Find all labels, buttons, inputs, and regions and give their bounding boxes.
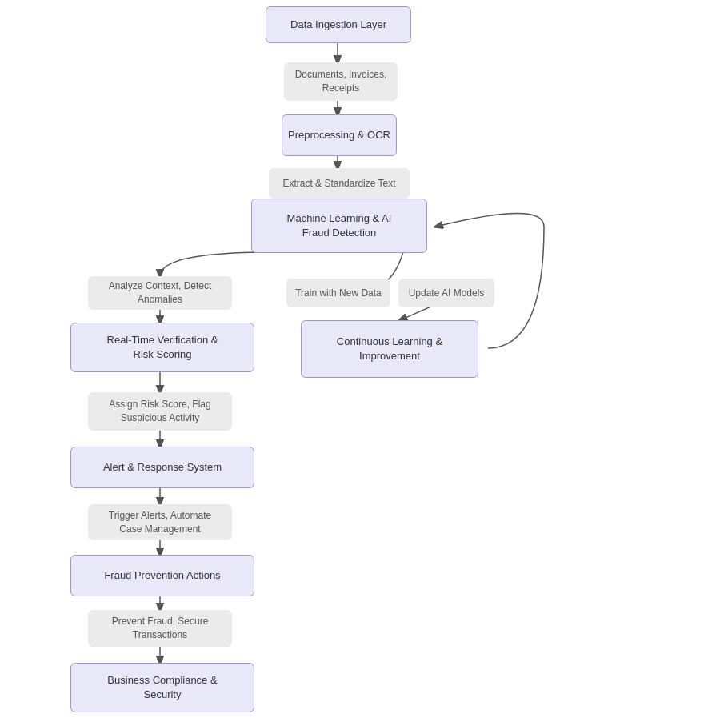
- data-ingestion-box: Data Ingestion Layer: [266, 6, 411, 43]
- train-box: Train with New Data: [286, 279, 390, 307]
- business-label: Business Compliance &Security: [107, 673, 217, 702]
- trigger-box: Trigger Alerts, AutomateCase Management: [88, 504, 232, 540]
- data-ingestion-label: Data Ingestion Layer: [290, 18, 386, 32]
- continuous-label: Continuous Learning &Improvement: [337, 335, 442, 363]
- documents-box: Documents, Invoices,Receipts: [284, 62, 398, 101]
- business-box: Business Compliance &Security: [70, 663, 254, 712]
- update-box: Update AI Models: [398, 279, 494, 307]
- assign-risk-label: Assign Risk Score, FlagSuspicious Activi…: [109, 398, 210, 425]
- assign-risk-box: Assign Risk Score, FlagSuspicious Activi…: [88, 392, 232, 431]
- fraud-prevention-box: Fraud Prevention Actions: [70, 555, 254, 596]
- continuous-box: Continuous Learning &Improvement: [301, 320, 478, 378]
- ml-fraud-label: Machine Learning & AIFraud Detection: [287, 211, 392, 240]
- trigger-label: Trigger Alerts, AutomateCase Management: [109, 509, 211, 536]
- diagram-container: Data Ingestion Layer Documents, Invoices…: [0, 0, 728, 722]
- update-label: Update AI Models: [409, 287, 485, 300]
- extract-box: Extract & Standardize Text: [269, 168, 410, 199]
- preprocessing-label: Preprocessing & OCR: [288, 128, 390, 142]
- preprocessing-box: Preprocessing & OCR: [282, 114, 397, 156]
- prevent-label: Prevent Fraud, SecureTransactions: [112, 615, 209, 642]
- extract-label: Extract & Standardize Text: [282, 177, 395, 191]
- analyze-label: Analyze Context, DetectAnomalies: [109, 279, 212, 307]
- fraud-prevention-label: Fraud Prevention Actions: [104, 568, 220, 583]
- realtime-label: Real-Time Verification &Risk Scoring: [107, 333, 218, 362]
- documents-label: Documents, Invoices,Receipts: [295, 68, 387, 95]
- realtime-box: Real-Time Verification &Risk Scoring: [70, 323, 254, 372]
- alert-label: Alert & Response System: [103, 460, 222, 475]
- analyze-box: Analyze Context, DetectAnomalies: [88, 276, 232, 310]
- prevent-box: Prevent Fraud, SecureTransactions: [88, 610, 232, 647]
- ml-fraud-box: Machine Learning & AIFraud Detection: [251, 199, 427, 253]
- alert-box: Alert & Response System: [70, 447, 254, 488]
- train-label: Train with New Data: [295, 287, 382, 300]
